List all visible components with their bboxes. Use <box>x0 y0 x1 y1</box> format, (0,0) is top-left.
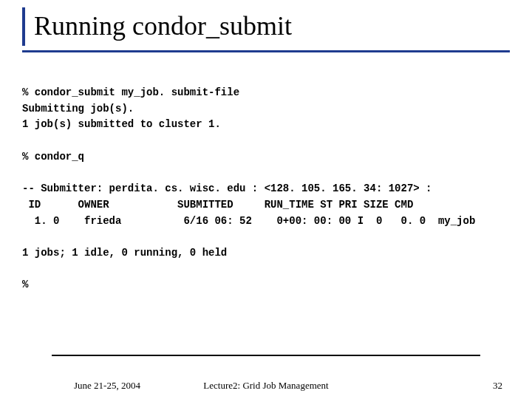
title-underline <box>22 50 510 52</box>
footer-page-number: 32 <box>493 380 502 392</box>
footer-divider <box>52 355 480 356</box>
slide-title-wrap: Running condor_submit <box>22 7 510 46</box>
terminal-output: % condor_submit my_job. submit-file Subm… <box>22 85 510 293</box>
slide-title: Running condor_submit <box>34 10 510 41</box>
footer-lecture: Lecture2: Grid Job Management <box>0 380 532 392</box>
slide: Running condor_submit % condor_submit my… <box>0 0 532 399</box>
